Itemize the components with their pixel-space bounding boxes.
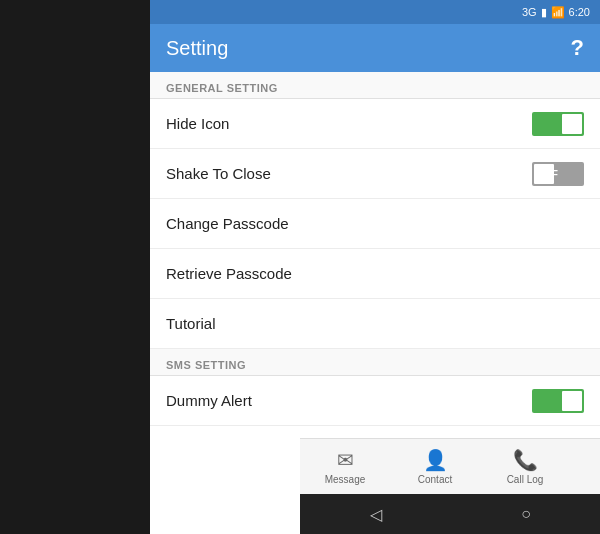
setting-row-shake-to-close[interactable]: Shake To Close OFF [150,149,600,199]
time-display: 6:20 [569,6,590,18]
wifi-icon: 📶 [551,6,565,19]
contact-nav-label: Contact [418,474,452,485]
message-icon: ✉ [337,448,354,472]
tutorial-label: Tutorial [166,315,215,332]
call-log-icon: 📞 [513,448,538,472]
bottom-nav: ✉ Message 👤 Contact 📞 Call Log ⚙ Setting… [300,438,600,494]
setting-row-insert-dummy-sms[interactable]: Insert Dummy SMS ON [150,426,600,438]
dummy-alert-toggle[interactable]: ON [532,389,584,413]
setting-row-tutorial[interactable]: Tutorial [150,299,600,349]
nav-item-setting[interactable]: ⚙ Setting [570,439,600,494]
header-title: Setting [166,37,228,60]
contact-icon: 👤 [423,448,448,472]
help-button[interactable]: ? [571,35,584,61]
setting-row-change-passcode[interactable]: Change Passcode [150,199,600,249]
dummy-alert-label: Dummy Alert [166,392,252,409]
general-section-header: GENERAL SETTING [150,72,600,98]
setting-row-dummy-alert[interactable]: Dummy Alert ON [150,376,600,426]
setting-row-retrieve-passcode[interactable]: Retrieve Passcode [150,249,600,299]
hide-icon-toggle-label: ON [564,118,581,130]
signal-indicator: 3G [522,6,537,18]
app-header: Setting ? [150,24,600,72]
status-bar: 3G ▮ 📶 6:20 [150,0,600,24]
system-nav: ◁ ○ □ [300,494,600,534]
shake-to-close-toggle-label: OFF [536,168,558,180]
nav-item-contact[interactable]: 👤 Contact [390,439,480,494]
back-button[interactable]: ◁ [370,505,382,524]
hide-icon-toggle[interactable]: ON [532,112,584,136]
setting-row-hide-icon[interactable]: Hide Icon ON [150,99,600,149]
call-log-nav-label: Call Log [507,474,544,485]
home-button[interactable]: ○ [521,505,531,523]
change-passcode-label: Change Passcode [166,215,289,232]
retrieve-passcode-label: Retrieve Passcode [166,265,292,282]
message-nav-label: Message [325,474,366,485]
battery-icon: ▮ [541,6,547,19]
shake-to-close-label: Shake To Close [166,165,271,182]
shake-to-close-toggle[interactable]: OFF [532,162,584,186]
hide-icon-label: Hide Icon [166,115,229,132]
nav-item-call-log[interactable]: 📞 Call Log [480,439,570,494]
nav-item-message[interactable]: ✉ Message [300,439,390,494]
sms-section-header: SMS SETTING [150,349,600,375]
app-container: 3G ▮ 📶 6:20 Setting ? GENERAL SETTING Hi… [150,0,600,534]
phone-frame [0,0,150,534]
dummy-alert-toggle-label: ON [564,395,581,407]
settings-content: GENERAL SETTING Hide Icon ON Shake To Cl… [150,72,600,438]
